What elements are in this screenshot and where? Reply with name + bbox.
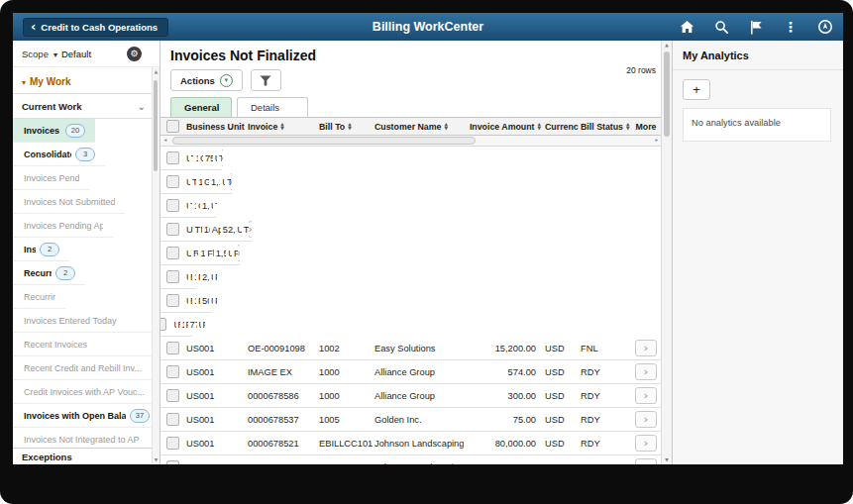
column-header[interactable]: Invoice Amount — [464, 122, 543, 132]
cell-invoice: IMAGE EX — [246, 367, 317, 377]
main-panel: Invoices Not Finalized 20 rows Actions — [160, 41, 672, 464]
column-header[interactable]: Invoice — [246, 122, 317, 132]
row-checkbox[interactable] — [166, 223, 179, 236]
cell-bill-status: TMR — [213, 201, 217, 211]
row-checkbox[interactable] — [166, 175, 179, 188]
sidebar-item[interactable]: Invoices Pending Approval — [13, 214, 113, 238]
scroll-down-icon[interactable] — [662, 457, 672, 462]
row-detail-button[interactable] — [635, 411, 657, 428]
table-header-row: Business Unit Invoice Bill To — [160, 118, 662, 136]
search-icon[interactable] — [713, 19, 729, 35]
sidebar-item[interactable]: Recurring Schedules Expiring — [13, 285, 65, 309]
row-checkbox-cell — [160, 199, 184, 212]
row-checkbox[interactable] — [166, 151, 179, 164]
flag-icon[interactable] — [748, 19, 764, 35]
filter-button[interactable] — [251, 69, 281, 91]
cell-business-unit: US001 — [184, 462, 246, 465]
row-detail-button[interactable] — [635, 435, 657, 452]
row-detail-button[interactable] — [231, 173, 232, 190]
row-detail-button[interactable] — [238, 245, 240, 261]
sidebar-item[interactable]: Invoices Not Submitted for A... — [13, 190, 125, 214]
back-button[interactable]: Credit to Cash Operations — [23, 18, 168, 37]
sidebar-item-label: Credit Invoices with AP Vouc... — [24, 387, 150, 397]
section-my-work[interactable]: My Work — [13, 67, 160, 93]
analytics-title: My Analytics — [673, 41, 843, 70]
sidebar-item[interactable]: Consolidated Invoices Not Fi... 3 — [13, 143, 105, 166]
tab-bar: General Details — [160, 96, 662, 118]
column-header[interactable]: Bill To — [317, 122, 373, 132]
sidebar-scrollbar[interactable] — [152, 67, 160, 464]
row-detail-button[interactable] — [635, 363, 657, 380]
sidebar-item[interactable]: Invoices with Open Balances 37 — [13, 404, 160, 428]
section-exceptions[interactable]: Exceptions — [13, 448, 160, 464]
sidebar-item[interactable]: Invoices Entered Today — [13, 309, 160, 333]
row-detail-button[interactable] — [635, 340, 657, 356]
row-checkbox[interactable] — [166, 199, 179, 212]
scroll-up-icon[interactable] — [153, 69, 160, 74]
column-header[interactable]: Business Unit — [184, 122, 246, 132]
tab[interactable]: General — [170, 97, 232, 117]
cell-more — [249, 221, 252, 238]
column-header-label: Bill To — [319, 122, 345, 132]
chevron-down-icon — [53, 49, 57, 59]
analytics-panel: My Analytics + No analytics available — [672, 41, 843, 464]
sidebar-item-label: Invoices Not Submitted for A... — [24, 197, 115, 207]
column-header[interactable]: Currency — [543, 122, 579, 132]
row-checkbox[interactable] — [166, 247, 179, 259]
cell-bill-to: 1000 — [317, 391, 373, 401]
row-checkbox[interactable] — [160, 318, 166, 331]
cell-invoice-amount: 28,500.00 — [464, 462, 543, 465]
navbar-icon[interactable] — [817, 19, 833, 35]
group-current-work[interactable]: Current Work — [13, 93, 160, 119]
more-menu-icon[interactable] — [783, 19, 799, 35]
row-checkbox[interactable] — [166, 389, 179, 402]
sidebar-item-label: Recent Invoices — [24, 340, 150, 350]
actions-button[interactable]: Actions — [170, 69, 243, 91]
row-detail-button[interactable] — [635, 458, 657, 464]
scroll-up-icon[interactable] — [662, 43, 672, 48]
sidebar-item[interactable]: Installment Invoices Not Gen... 2 — [13, 238, 69, 261]
scope-dropdown[interactable]: Default — [53, 49, 91, 59]
sidebar-item[interactable]: Invoices Pending My Approval — [13, 166, 89, 190]
row-checkbox[interactable] — [166, 342, 179, 354]
sidebar-item-label: Invoices Not Integrated to AP — [24, 435, 150, 445]
row-checkbox[interactable] — [166, 460, 179, 464]
tab[interactable]: Details — [237, 97, 308, 117]
scroll-down-icon[interactable] — [153, 457, 160, 462]
sidebar-item[interactable]: Recent Invoices — [13, 333, 160, 356]
vertical-scrollbar[interactable] — [661, 41, 672, 464]
table-row: US001 0000678521 EBILLCC101 Johnson Land… — [160, 432, 662, 455]
horizontal-scrollbar[interactable] — [160, 136, 662, 147]
chevron-down-icon — [22, 76, 26, 87]
row-checkbox[interactable] — [166, 365, 179, 378]
table-row: US001 TMP-00000011 1005 Golden Inc. 1,10… — [160, 194, 216, 218]
row-checkbox[interactable] — [166, 270, 179, 283]
row-detail-button[interactable] — [249, 221, 252, 238]
sidebar: Scope Default My Work Current Work — [13, 41, 160, 464]
column-header[interactable]: Bill Status — [579, 122, 630, 132]
cell-invoice-amount: 574.00 — [464, 367, 543, 377]
scrollbar-thumb[interactable] — [664, 51, 670, 137]
cell-invoice: 0000678586 — [246, 391, 317, 401]
sidebar-item[interactable]: Recurring Invoices Not Gen... 2 — [13, 261, 85, 285]
column-header[interactable]: More — [630, 122, 662, 132]
select-all-checkbox[interactable] — [166, 120, 179, 133]
table-row: US001 RE-00006632 1010 Florence Garden 2… — [160, 265, 196, 289]
row-checkbox[interactable] — [166, 437, 179, 450]
scrollbar-thumb[interactable] — [154, 80, 158, 171]
cell-currency: USD — [543, 344, 579, 353]
my-work-label: My Work — [30, 76, 71, 87]
row-detail-button[interactable] — [635, 387, 657, 404]
gear-icon[interactable] — [127, 47, 142, 61]
add-analytics-button[interactable]: + — [683, 79, 710, 100]
sidebar-item[interactable]: Recent Credit and Rebill Inv... — [13, 356, 160, 380]
cell-business-unit: US001 — [184, 367, 246, 377]
sidebar-item[interactable]: Invoices Not Finalized 20 — [13, 119, 95, 143]
sidebar-item[interactable]: Credit Invoices with AP Vouc... — [13, 380, 160, 404]
column-header[interactable]: Customer Name — [373, 122, 464, 132]
row-checkbox[interactable] — [166, 294, 179, 307]
scrollbar-thumb[interactable] — [172, 137, 476, 145]
home-icon[interactable] — [679, 19, 694, 35]
scroll-left-icon[interactable] — [160, 136, 170, 145]
row-checkbox[interactable] — [166, 413, 179, 426]
